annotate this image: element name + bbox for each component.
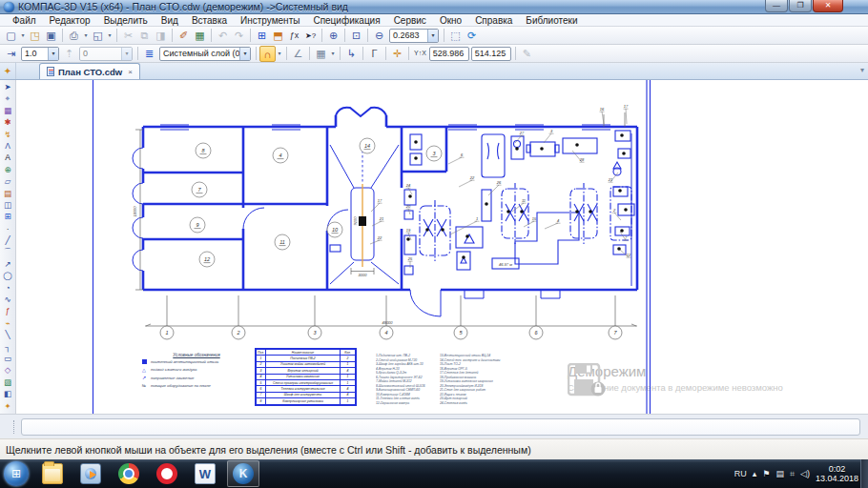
menu-item-7[interactable]: Спецификация (306, 15, 386, 26)
dropdown-arrow[interactable]: ▾ (329, 46, 337, 62)
snap-magnet-button[interactable]: ∩ (259, 46, 276, 62)
panel-tool-11-button[interactable]: ◫ (1, 199, 15, 211)
layers-button[interactable]: ≣ (141, 46, 157, 62)
show-desktop-button[interactable] (860, 459, 868, 488)
round-snap-button[interactable]: ✛ (389, 46, 405, 62)
object-properties-button[interactable]: ▦ (192, 28, 208, 44)
menu-item-9[interactable]: Окно (433, 15, 468, 26)
tray-icon-1[interactable]: ▴ (753, 469, 757, 478)
drawing-canvas[interactable]: Деморежим Сохранение документа в демореж… (16, 80, 868, 414)
minimize-button[interactable]: — (765, 0, 788, 12)
tab-close-icon[interactable]: × (126, 68, 133, 76)
zoom-out-button[interactable]: ⊖ (371, 28, 387, 44)
panel-tool-20-button[interactable]: ƒ (1, 305, 15, 316)
kompas-taskbar-button[interactable]: K (227, 460, 259, 487)
tray-icon-3[interactable]: ▤ (775, 469, 784, 478)
tray-icon-4[interactable]: ⌗ (790, 469, 795, 479)
panel-tool-23-button[interactable]: ┐ (1, 341, 15, 353)
panel-tool-13-button[interactable]: ∙ (1, 223, 15, 234)
taskbar-clock[interactable]: 0:0213.04.2018 (816, 464, 858, 483)
chevron-down-icon[interactable]: ▾ (121, 48, 132, 60)
panel-tool-26-button[interactable]: ▨ (1, 376, 15, 388)
chevron-down-icon[interactable]: ▾ (239, 48, 250, 60)
explorer-taskbar-button[interactable] (36, 460, 69, 487)
panel-tool-6-button[interactable]: Λ (1, 140, 15, 152)
property-bar-grip[interactable] (13, 420, 16, 434)
restore-button[interactable]: ❐ (789, 0, 812, 12)
tray-icon-2[interactable]: ⚑ (762, 469, 770, 478)
panel-tool-25-button[interactable]: ◇ (1, 364, 15, 376)
panel-tool-28-button[interactable]: ✦ (1, 400, 15, 412)
print-preview-button[interactable]: ◱ (90, 28, 106, 44)
copy-properties-button[interactable]: ✐ (176, 28, 192, 44)
dropdown-arrow[interactable]: ▾ (19, 28, 27, 44)
language-indicator[interactable]: RU (734, 469, 747, 478)
help-pointer-button[interactable]: ➤? (302, 28, 319, 44)
close-button[interactable]: ✕ (813, 0, 843, 12)
panel-tool-10-button[interactable]: ▤ (1, 188, 15, 199)
fx-expressions-button[interactable]: ƒx (286, 28, 302, 44)
menu-item-8[interactable]: Сервис (387, 15, 433, 26)
panel-tool-16-button[interactable]: ↗ (1, 258, 15, 270)
panel-tool-21-button[interactable]: ⌁ (1, 317, 15, 329)
refresh-view-button[interactable]: ⟳ (464, 28, 480, 44)
panel-tool-8-button[interactable]: ⊕ (1, 164, 15, 175)
ortho-button[interactable]: Γ (366, 46, 382, 62)
panel-tool-3-button[interactable]: ▦ (1, 105, 15, 116)
panel-tool-9-button[interactable]: ▱ (1, 175, 15, 187)
angle-snap-button[interactable]: ∠ (290, 46, 306, 62)
property-bar-input[interactable] (21, 418, 860, 436)
compact-panel-icon[interactable]: ✦ (0, 62, 16, 79)
grid-button[interactable]: ▦ (313, 46, 329, 62)
zoom-scale-combo[interactable]: 0.2683▾ (389, 29, 439, 43)
save-document-button[interactable]: ▣ (43, 28, 59, 44)
menu-item-6[interactable]: Инструменты (234, 15, 306, 26)
chevron-down-icon[interactable]: ▾ (427, 30, 438, 42)
coord-y-field[interactable]: 514.125 (471, 47, 511, 61)
current-layer-combo[interactable]: Системный слой (0)▾ (159, 47, 251, 61)
document-tab-1[interactable]: План СТО.cdw× (39, 63, 140, 79)
fit-page-button[interactable]: ⬚ (447, 28, 464, 44)
panel-tool-1-button[interactable]: ➤ (1, 81, 15, 92)
panel-tool-12-button[interactable]: ⊞ (1, 211, 15, 222)
menu-item-4[interactable]: Вид (155, 15, 185, 26)
zoom-in-button[interactable]: ⊕ (325, 28, 341, 44)
new-document-button[interactable]: ▢ (3, 28, 19, 44)
panel-tool-14-button[interactable]: ╱ (1, 234, 15, 246)
panel-tool-7-button[interactable]: A (1, 152, 15, 163)
open-in-window-button[interactable]: ⊞ (254, 28, 270, 44)
toolbar-overflow-button[interactable]: ▾ (860, 66, 864, 74)
panel-tool-27-button[interactable]: ◧ (1, 388, 15, 399)
variables-button[interactable]: ⬒ (270, 28, 286, 44)
coord-x-field[interactable]: 528.986 (429, 47, 469, 61)
start-button[interactable]: ⊞ (4, 461, 29, 486)
menu-item-10[interactable]: Справка (468, 15, 519, 26)
panel-tool-18-button[interactable]: ◔ (1, 282, 15, 294)
menu-item-3[interactable]: Выделить (97, 15, 155, 26)
print-button[interactable]: ⎙ (66, 28, 82, 44)
panel-tool-4-button[interactable]: ✱ (1, 116, 15, 128)
menu-item-11[interactable]: Библиотеки (519, 15, 584, 26)
chevron-down-icon[interactable]: ▾ (48, 48, 58, 60)
local-csys-button[interactable]: ↳ (343, 46, 360, 62)
zoom-rect-button[interactable]: ⊡ (348, 28, 364, 44)
menu-item-1[interactable]: Файл (6, 15, 43, 26)
chrome-taskbar-button[interactable] (113, 460, 145, 487)
line-width-combo[interactable]: 1.0▾ (21, 47, 59, 61)
open-document-button[interactable]: ◳ (27, 28, 43, 44)
dropdown-arrow[interactable]: ▾ (106, 28, 114, 44)
line-style-button[interactable]: ⇥ (3, 46, 19, 62)
panel-tool-15-button[interactable]: ⌒ (1, 246, 15, 257)
dropdown-arrow[interactable]: ▾ (276, 46, 283, 62)
panel-tool-24-button[interactable]: ▭ (1, 353, 15, 364)
panel-tool-5-button[interactable]: ↯ (1, 129, 15, 140)
menu-item-2[interactable]: Редактор (43, 15, 97, 26)
opera-taskbar-button[interactable] (151, 460, 183, 487)
panel-tool-19-button[interactable]: ∿ (1, 294, 15, 305)
tray-icon-5[interactable]: ◁) (800, 469, 810, 478)
menu-item-5[interactable]: Вставка (185, 15, 234, 26)
wmp-taskbar-button[interactable] (74, 460, 107, 487)
panel-tool-2-button[interactable]: ⌖ (1, 92, 15, 104)
dropdown-arrow[interactable]: ▾ (82, 28, 90, 44)
step-value-combo[interactable]: 0▾ (79, 47, 133, 61)
